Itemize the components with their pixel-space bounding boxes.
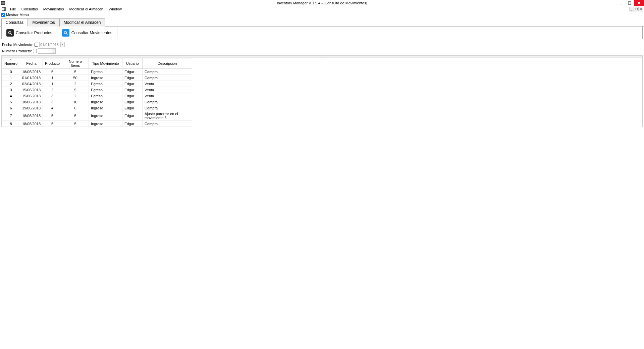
consultar-movimientos-label: Consultar Movimientos (71, 31, 112, 35)
table-cell: 5 (62, 87, 89, 93)
sort-indicator-icon: ▲ (10, 58, 12, 60)
col-numero[interactable]: ▲Numero (2, 58, 20, 69)
menu-consultas[interactable]: Consultas (19, 6, 41, 12)
table-cell: Edgar (122, 105, 143, 111)
table-row[interactable]: 619/06/201346IngresoEdgarCompra (2, 105, 192, 111)
table-cell: 5 (43, 69, 62, 75)
col-producto[interactable]: Producto (43, 58, 62, 69)
table-cell: 3 (2, 87, 20, 93)
table-cell: Venta (143, 87, 192, 93)
splitter-handle[interactable]: • • (1, 55, 643, 58)
spinner-up-button[interactable]: ▲ (52, 49, 55, 51)
table-row[interactable]: 415/06/201332EgresoEdgarVenta (2, 93, 192, 99)
spinner-down-button[interactable]: ▼ (52, 51, 55, 53)
col-tipo-movimiento[interactable]: Tipo Movimiento (89, 58, 122, 69)
search-icon (62, 29, 69, 37)
table-cell: Ingreso (89, 121, 122, 127)
table-cell: 5 (2, 99, 20, 105)
table-row[interactable]: 818/06/201355IngresoEdgarCompra (2, 121, 192, 127)
tabstrip: Consultas Movimientos Modificar el Almac… (0, 18, 644, 27)
mdi-restore-button[interactable]: ❐ (634, 7, 639, 11)
mdi-close-button[interactable]: ✕ (639, 7, 643, 11)
table-cell: Compra (143, 75, 192, 81)
table-cell: Ingreso (89, 105, 122, 111)
col-fecha[interactable]: Fecha (20, 58, 43, 69)
table-cell: Venta (143, 81, 192, 87)
menu-modificar-almacen[interactable]: Modificar el Almacen (66, 6, 106, 12)
table-cell: 4 (2, 93, 20, 99)
tab-consultas[interactable]: Consultas (1, 18, 28, 27)
mdi-app-icon[interactable] (1, 7, 6, 11)
table-cell: 1 (43, 75, 62, 81)
table-cell: Edgar (122, 75, 143, 81)
search-icon (6, 29, 14, 37)
show-menu-checkbox[interactable] (1, 13, 5, 17)
filter-fecha-input[interactable] (39, 42, 61, 47)
chevron-down-icon[interactable]: ▾ (61, 42, 65, 47)
show-menu-row: Mostrar Menu (0, 12, 644, 17)
filter-fecha-checkbox[interactable] (34, 43, 38, 47)
table-cell: Edgar (122, 111, 143, 121)
table-cell: 5 (62, 111, 89, 121)
table-row[interactable]: 718/06/201355IngresoEdgarAjuste porerror… (2, 111, 192, 121)
toolbar: Consultar Productos Consultar Movimiento… (1, 27, 643, 39)
menu-window[interactable]: Window (106, 6, 124, 12)
table-row[interactable]: 101/01/2013150IngresoEdgarCompra (2, 75, 192, 81)
filter-numero-input[interactable] (38, 48, 52, 54)
filter-numero-row: Numero Producto: ▲ ▼ (2, 48, 642, 54)
consultar-productos-button[interactable]: Consultar Productos (2, 27, 57, 39)
col-usuario[interactable]: Usuario (122, 58, 143, 69)
filter-numero-checkbox[interactable] (33, 49, 37, 53)
svg-rect-0 (1, 1, 5, 5)
table-row[interactable]: 018/06/201355EgresoEdgarCompra (2, 69, 192, 75)
table-cell: Egreso (89, 87, 122, 93)
table-cell: 3 (43, 93, 62, 99)
menu-file[interactable]: File (7, 6, 19, 12)
table-cell: Egreso (89, 81, 122, 87)
table-cell: Compra (143, 105, 192, 111)
table-cell: 2 (2, 81, 20, 87)
minimize-button[interactable] (616, 0, 625, 6)
table-cell: Edgar (122, 99, 143, 105)
filter-panel: Fecha Movimiento: ▾ Numero Producto: ▲ ▼ (0, 39, 644, 55)
mdi-controls: _ ❐ ✕ (629, 6, 643, 11)
consultar-movimientos-button[interactable]: Consultar Movimientos (57, 27, 117, 39)
table-row[interactable]: 518/06/2013310IngresoEdgarCompra (2, 99, 192, 105)
table-cell: 2 (62, 81, 89, 87)
table-cell: 3 (43, 99, 62, 105)
table-cell: Edgar (122, 81, 143, 87)
table-cell: 2 (62, 93, 89, 99)
col-numero-items[interactable]: Numero Items (62, 58, 89, 69)
grid-container: ▲Numero Fecha Producto Numero Items Tipo… (1, 58, 643, 127)
table-cell: 6 (2, 105, 20, 111)
table-cell: Ingreso (89, 111, 122, 121)
svg-rect-4 (628, 2, 631, 4)
table-cell: 15/06/2013 (20, 87, 43, 93)
window-title: Inventory Manager V 1.5.4 - [Consulta de… (277, 1, 367, 5)
table-row[interactable]: 315/06/201325EgresoEdgarVenta (2, 87, 192, 93)
table-cell: 4 (43, 105, 62, 111)
svg-point-10 (9, 31, 11, 34)
table-cell: 6 (62, 105, 89, 111)
close-button[interactable] (634, 0, 644, 6)
table-cell: Compra (143, 69, 192, 75)
table-cell: Ajuste porerror en el movimiento 6 (143, 111, 192, 121)
show-menu-label: Mostrar Menu (6, 13, 29, 17)
tab-movimientos[interactable]: Movimientos (28, 18, 59, 27)
table-cell: 5 (62, 69, 89, 75)
numero-spinner: ▲ ▼ (52, 48, 56, 54)
window-controls (616, 0, 644, 6)
tab-modificar-almacen[interactable]: Modificar el Almacen (59, 18, 105, 27)
maximize-button[interactable] (625, 0, 634, 6)
consultar-productos-label: Consultar Productos (16, 31, 52, 35)
table-cell: 1 (2, 75, 20, 81)
menu-movimientos[interactable]: Movimientos (41, 6, 67, 12)
mdi-minimize-button[interactable]: _ (629, 7, 634, 11)
table-cell: 50 (62, 75, 89, 81)
table-row[interactable]: 202/04/201312EgresoEdgarVenta (2, 81, 192, 87)
table-cell: 2 (43, 87, 62, 93)
table-cell: 0 (2, 69, 20, 75)
movements-grid: ▲Numero Fecha Producto Numero Items Tipo… (2, 58, 192, 127)
col-descripcion[interactable]: Descripcion (143, 58, 192, 69)
table-cell: Egreso (89, 69, 122, 75)
